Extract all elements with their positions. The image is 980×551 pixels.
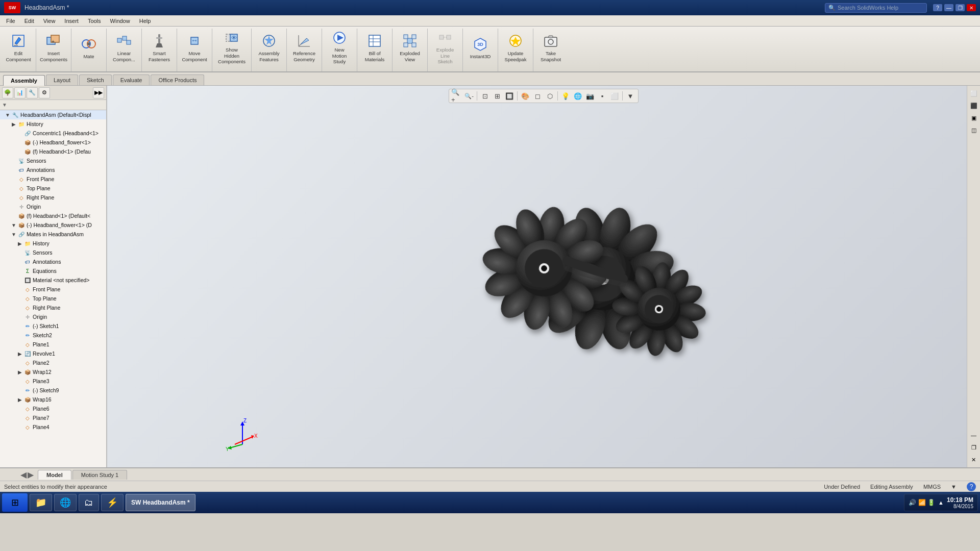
menu-file[interactable]: File — [2, 17, 19, 25]
tree-item-plane6[interactable]: ◇ Plane6 — [0, 404, 106, 413]
expand-headbandasm[interactable]: ▼ — [4, 111, 11, 118]
tree-item-plane7[interactable]: ◇ Plane7 — [0, 413, 106, 422]
tree-item-right-plane[interactable]: ◇ Right Plane — [0, 193, 106, 202]
start-button[interactable]: ⊞ — [2, 493, 28, 512]
tree-item-sketch2[interactable]: ✏ Sketch2 — [0, 331, 106, 340]
expand-history2[interactable]: ▶ — [16, 240, 23, 247]
tree-item-concentric1[interactable]: 🔗 Concentric1 (Headband<1> — [0, 129, 106, 138]
expand-revolve1[interactable]: ▶ — [16, 350, 23, 357]
expand-wrap12[interactable]: ▶ — [16, 368, 23, 375]
bill-of-materials-button[interactable]: Bill ofMaterials — [360, 30, 389, 65]
tree-item-origin[interactable]: ✛ Origin — [0, 202, 106, 211]
tree-item-front-plane[interactable]: ◇ Front Plane — [0, 174, 106, 184]
zoom-fit-button[interactable]: ⊡ — [479, 90, 491, 102]
tree-item-equations[interactable]: Σ Equations — [0, 266, 106, 276]
menu-window[interactable]: Window — [106, 17, 134, 25]
view-rotate-button[interactable]: 🔲 — [504, 90, 515, 102]
status-help-icon[interactable]: ? — [967, 482, 976, 491]
smart-fasteners-button[interactable]: SmartFasteners — [145, 30, 174, 65]
prev-arrow[interactable]: ◀ — [20, 470, 27, 480]
tree-item-plane3[interactable]: ◇ Plane3 — [0, 377, 106, 386]
tree-tool-settings[interactable]: ⚙ — [39, 87, 50, 98]
tray-notification[interactable]: ▲ — [938, 499, 944, 506]
tab-assembly[interactable]: Assembly — [3, 75, 45, 86]
lights-button[interactable]: 💡 — [560, 90, 571, 102]
taskbar-folder[interactable]: 🗂 — [79, 494, 99, 511]
search-box[interactable]: 🔍 Search SolidWorks Help — [825, 3, 927, 13]
tree-tool-config[interactable]: 🔧 — [27, 87, 38, 98]
zoom-out-button[interactable]: 🔍- — [463, 90, 475, 102]
tree-item-plane4[interactable]: ◇ Plane4 — [0, 422, 106, 432]
rs-button-3[interactable]: ▣ — [968, 112, 979, 123]
instant3d-button[interactable]: 3D Instant3D — [466, 30, 495, 65]
scene-button[interactable]: 🌐 — [572, 90, 583, 102]
tree-item-history2[interactable]: ▶ 📁 History — [0, 239, 106, 248]
shadows-button[interactable]: ▪ — [597, 90, 608, 102]
ambient-button[interactable]: ⬜ — [609, 90, 620, 102]
tree-tool-properties[interactable]: 📊 — [14, 87, 26, 98]
tree-item-annotations2[interactable]: 🏷 Annotations — [0, 257, 106, 266]
menu-tools[interactable]: Tools — [84, 17, 105, 25]
tree-item-top-plane2[interactable]: ◇ Top Plane — [0, 294, 106, 303]
taskbar-arduino[interactable]: ⚡ — [101, 494, 124, 511]
expand-history[interactable]: ▶ — [10, 120, 17, 128]
status-units-dropdown[interactable]: ▼ — [951, 484, 957, 490]
tree-item-sketch1[interactable]: ✏ (-) Sketch1 — [0, 321, 106, 331]
menu-insert[interactable]: Insert — [60, 17, 83, 25]
rs-button-restore[interactable]: ❐ — [968, 442, 979, 453]
realview-button[interactable]: 📷 — [584, 90, 596, 102]
tree-item-headbandasm[interactable]: ▼ 🔧 HeadbandAsm (Default<Displ — [0, 110, 106, 119]
tree-item-mates[interactable]: ▼ 🔗 Mates in HeadbandAsm — [0, 230, 106, 239]
tree-item-plane2[interactable]: ◇ Plane2 — [0, 358, 106, 367]
taskbar-explorer[interactable]: 📁 — [30, 494, 52, 511]
update-speedpak-button[interactable]: UpdateSpeedpak — [501, 30, 530, 65]
menu-help[interactable]: Help — [135, 17, 155, 25]
zoom-area-button[interactable]: ⊞ — [492, 90, 503, 102]
show-hidden-button[interactable]: 👁 ShowHiddenComponents — [215, 30, 248, 65]
tree-item-sensors[interactable]: 📡 Sensors — [0, 156, 106, 165]
next-arrow[interactable]: ▶ — [28, 470, 34, 480]
tree-item-sensors2[interactable]: 📡 Sensors — [0, 248, 106, 257]
explode-line-sketch-button[interactable]: ExplodeLineSketch — [431, 30, 459, 65]
tree-item-revolve1[interactable]: ▶ 🔄 Revolve1 — [0, 349, 106, 358]
display-style-button[interactable]: 🎨 — [520, 90, 531, 102]
help-button[interactable]: ? — [933, 4, 942, 11]
tree-item-wrap16[interactable]: ▶ 📦 Wrap16 — [0, 395, 106, 404]
rs-button-4[interactable]: ◫ — [968, 124, 979, 136]
minimize-button[interactable]: — — [944, 4, 953, 11]
rs-button-1[interactable]: ⬜ — [968, 88, 979, 99]
rs-button-min[interactable]: — — [968, 430, 979, 441]
reference-geometry-button[interactable]: ReferenceGeometry — [290, 30, 318, 65]
tree-item-sketch9[interactable]: ✏ (-) Sketch9 — [0, 386, 106, 395]
tab-sketch[interactable]: Sketch — [79, 74, 112, 85]
exploded-view-button[interactable]: ExplodedView — [396, 30, 424, 65]
tree-item-plane1[interactable]: ◇ Plane1 — [0, 340, 106, 349]
btab-motion-study-1[interactable]: Motion Study 1 — [72, 470, 127, 480]
zoom-in-button[interactable]: 🔍+ — [451, 90, 462, 102]
tree-item-front-plane2[interactable]: ◇ Front Plane — [0, 285, 106, 294]
tree-content[interactable]: ▼ 🔧 HeadbandAsm (Default<Displ ▶ 📁 Histo… — [0, 110, 106, 467]
viewport[interactable]: 🔍+ 🔍- ⊡ ⊞ 🔲 🎨 ◻ ⬡ 💡 🌐 📷 ▪ ⬜ ▼ — [107, 86, 980, 467]
mate-button[interactable]: Mate — [75, 30, 103, 65]
assembly-features-button[interactable]: AssemblyFeatures — [255, 30, 283, 65]
clock[interactable]: 10:18 PM 8/4/2015 — [947, 496, 973, 509]
taskbar-solidworks[interactable]: SW HeadbandAsm * — [126, 494, 195, 511]
tree-item-history[interactable]: ▶ 📁 History — [0, 119, 106, 129]
tree-item-headband1-f2[interactable]: 📦 (f) Headband<1> (Default< — [0, 211, 106, 220]
new-motion-study-button[interactable]: NewMotionStudy — [325, 30, 354, 65]
linear-component-button[interactable]: LinearCompon... — [110, 30, 138, 65]
rs-button-close[interactable]: ✕ — [968, 454, 979, 465]
view-wireframe-button[interactable]: ⬡ — [544, 90, 555, 102]
edit-component-button[interactable]: EditComponent — [4, 30, 33, 65]
restore-button[interactable]: ❐ — [955, 4, 965, 11]
tree-tool-tree[interactable]: 🌳 — [2, 87, 13, 98]
tab-office-products[interactable]: Office Products — [151, 74, 204, 85]
expand-mates[interactable]: ▼ — [10, 231, 17, 238]
tree-item-annotations[interactable]: 🏷 Annotations — [0, 165, 106, 174]
view-shaded-button[interactable]: ◻ — [532, 90, 543, 102]
expand-wrap16[interactable]: ▶ — [16, 396, 23, 403]
tree-item-top-plane[interactable]: ◇ Top Plane — [0, 184, 106, 193]
tree-item-material[interactable]: 🔲 Material <not specified> — [0, 276, 106, 285]
tree-item-wrap12[interactable]: ▶ 📦 Wrap12 — [0, 367, 106, 377]
tree-item-headband-flower-d[interactable]: ▼ 📦 (-) Headband_flower<1> (D — [0, 220, 106, 230]
